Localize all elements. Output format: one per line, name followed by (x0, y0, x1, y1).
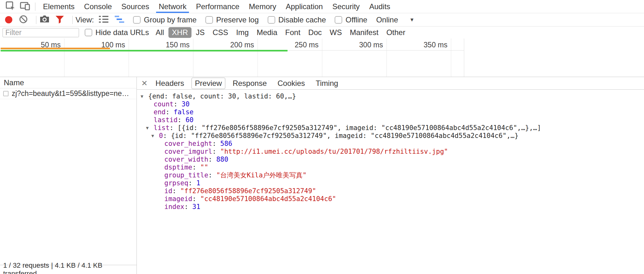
expand-arrow-icon[interactable]: ▼ (141, 92, 143, 100)
network-overview[interactable]: 50 ms100 ms150 ms200 ms250 ms300 ms350 m… (0, 39, 644, 77)
expand-arrow-icon[interactable]: ▼ (146, 124, 149, 132)
preview-tree-row[interactable]: dsptime: "" (137, 164, 644, 171)
preview-tree-row[interactable]: count: 30 (137, 100, 644, 108)
filter-input[interactable] (3, 28, 79, 37)
detail-tab-cookies[interactable]: Cookies (274, 78, 308, 89)
checkbox-preserve-log-input[interactable] (205, 16, 213, 24)
detail-tab-headers[interactable]: Headers (152, 78, 188, 89)
clear-button[interactable] (19, 15, 28, 25)
request-table-pane: Name zj?ch=beauty&t1=595&listtype=new&sn… (0, 77, 137, 274)
filter-pill-media[interactable]: Media (253, 27, 281, 38)
checkbox-group-by-frame-input[interactable] (133, 16, 141, 24)
preview-tree-row[interactable]: grpseq: 1 (137, 179, 644, 187)
view-overview-button[interactable] (114, 15, 125, 25)
json-num-segment: false (173, 108, 193, 116)
filter-pill-all[interactable]: All (152, 27, 167, 38)
clear-icon (19, 15, 28, 25)
tab-performance[interactable]: Performance (191, 0, 244, 13)
filter-pill-manifest[interactable]: Manifest (346, 27, 382, 38)
hide-data-urls-checkbox-input[interactable] (85, 29, 92, 36)
summary-text: 1 / 32 requests | 4.1 KB / 4.1 KB transf… (3, 261, 137, 274)
preview-tree-row[interactable]: group_title: "台湾美女Kila户外唯美写真" (137, 171, 644, 179)
expand-arrow-icon[interactable]: ▼ (151, 132, 154, 140)
filter-pill-css[interactable]: CSS (209, 27, 232, 38)
filter-pill-xhr[interactable]: XHR (168, 27, 191, 38)
preview-tree-row[interactable]: ▼0: {id: "ff276e8056f58896e7cf92505a3127… (137, 132, 644, 140)
request-row[interactable]: zj?ch=beauty&t1=595&listtype=new&sn=30&l… (0, 88, 137, 99)
preview-tree-row[interactable]: ▼list: [{id: "ff276e8056f58896e7cf92505a… (137, 124, 644, 132)
timeline-tick-label: 200 ms (191, 41, 254, 49)
tab-memory[interactable]: Memory (244, 0, 281, 13)
tab-console[interactable]: Console (79, 0, 117, 13)
preview-tree-row[interactable]: imageid: "cc48190e57100864abc4d55a2c4104… (137, 195, 644, 203)
network-main-area: Name zj?ch=beauty&t1=595&listtype=new&sn… (0, 77, 644, 274)
preview-tree-row[interactable]: lastid: 60 (137, 116, 644, 124)
timeline-tick-label: 350 ms (384, 41, 447, 49)
filter-pill-img[interactable]: Img (233, 27, 252, 38)
detail-tabbar: ✕ HeadersPreviewResponseCookiesTiming (137, 77, 644, 90)
checkbox-disable-cache-input[interactable] (268, 16, 275, 24)
preview-tree-row[interactable]: cover_imgurl: "http://i1.umei.cc/uploads… (137, 148, 644, 156)
json-plain-segment: : (192, 164, 200, 171)
name-column-label: Name (4, 78, 24, 87)
toolbar-divider (36, 16, 36, 24)
camera-icon (39, 15, 50, 25)
preview-tree-row[interactable]: cover_height: 586 (137, 140, 644, 148)
throttling-select[interactable]: Online ▼ (376, 15, 414, 24)
request-detail-pane: ✕ HeadersPreviewResponseCookiesTiming ▼{… (137, 77, 644, 274)
devtools-window: ElementsConsoleSourcesNetworkPerformance… (0, 0, 644, 274)
preview-tree-row[interactable]: end: false (137, 108, 644, 116)
preview-tree-row[interactable]: id: "ff276e8056f58896e7cf92505a312749" (137, 187, 644, 195)
json-num-segment: 1 (196, 179, 200, 187)
filter-pill-other[interactable]: Other (383, 27, 409, 38)
tab-elements[interactable]: Elements (38, 0, 79, 13)
overview-bar-orange (1, 48, 110, 49)
view-list-button[interactable] (98, 15, 109, 25)
checkbox-preserve-log[interactable]: Preserve log (205, 15, 259, 24)
json-num-segment: 30 (182, 100, 190, 108)
close-detail-button[interactable]: ✕ (141, 79, 148, 88)
checkbox-group-by-frame[interactable]: Group by frame (133, 15, 197, 24)
detail-tabs: HeadersPreviewResponseCookiesTiming (152, 78, 345, 89)
json-str-segment: "cc48190e57100864abc4d55a2c4104c6" (200, 195, 336, 203)
tab-security[interactable]: Security (328, 0, 365, 13)
name-column-header[interactable]: Name (0, 77, 137, 88)
list-view-icon (98, 15, 109, 25)
checkbox-offline[interactable]: Offline (335, 15, 367, 24)
detail-tab-preview[interactable]: Preview (191, 78, 225, 89)
request-row-checkbox[interactable] (3, 91, 9, 96)
device-toolbar-button[interactable] (18, 1, 32, 12)
tab-audits[interactable]: Audits (364, 0, 395, 13)
preview-tree-row[interactable]: ▼{end: false, count: 30, lastid: 60,…} (137, 92, 644, 100)
inspect-element-button[interactable] (3, 1, 18, 12)
preview-tree-row[interactable]: index: 31 (137, 203, 644, 211)
json-key-segment: index (164, 203, 184, 211)
tab-sources[interactable]: Sources (117, 0, 154, 13)
device-toolbar-icon (20, 1, 30, 13)
json-num-segment: 60 (185, 116, 193, 124)
json-key-segment: imageid (164, 195, 192, 203)
hide-data-urls-checkbox[interactable]: Hide data URLs (85, 28, 149, 37)
filter-pill-ws[interactable]: WS (326, 27, 345, 38)
checkbox-label: Disable cache (278, 15, 326, 24)
record-button[interactable] (5, 16, 12, 23)
detail-tab-timing[interactable]: Timing (312, 78, 342, 89)
filter-pill-font[interactable]: Font (282, 27, 304, 38)
tab-application[interactable]: Application (281, 0, 327, 13)
checkbox-disable-cache[interactable]: Disable cache (268, 15, 326, 24)
detail-tab-response[interactable]: Response (229, 78, 270, 89)
json-plain-segment: : (212, 140, 220, 147)
screenshot-capture-button[interactable] (39, 15, 50, 25)
funnel-icon (55, 15, 64, 25)
json-key-segment: list (154, 124, 170, 132)
filter-toggle-button[interactable] (55, 15, 64, 25)
filter-pill-doc[interactable]: Doc (305, 27, 325, 38)
checkbox-offline-input[interactable] (335, 16, 342, 24)
preview-tree-row[interactable]: cover_width: 880 (137, 156, 644, 164)
json-key-segment: cover_imgurl (164, 148, 212, 155)
filter-pill-js[interactable]: JS (192, 27, 208, 38)
json-plain-segment: : (208, 171, 216, 179)
chevron-down-icon: ▼ (410, 17, 415, 23)
tab-network[interactable]: Network (154, 0, 191, 13)
main-tabbar: ElementsConsoleSourcesNetworkPerformance… (0, 0, 644, 13)
